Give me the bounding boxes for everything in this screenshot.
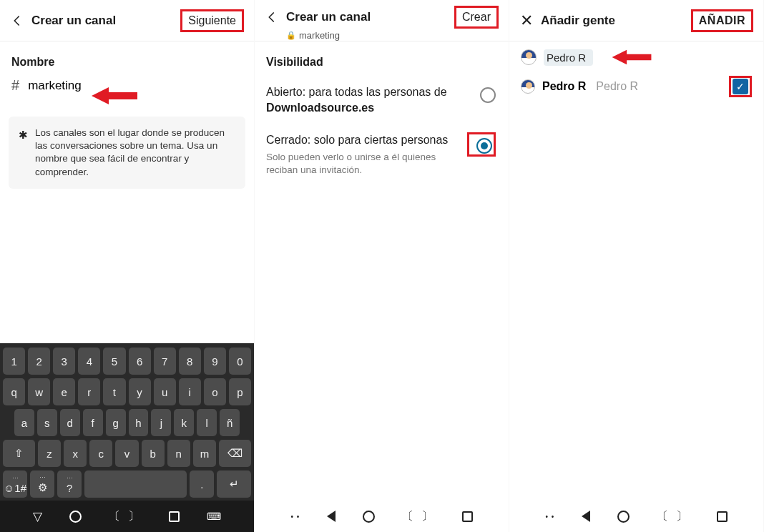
option-closed[interactable]: Cerrado: solo para ciertas personas Solo… bbox=[255, 122, 509, 184]
keyboard-key[interactable]: m bbox=[193, 440, 216, 467]
keyboard-key[interactable]: ⋯? bbox=[57, 471, 82, 498]
keyboard-key[interactable]: w bbox=[28, 378, 50, 405]
checkbox-selected[interactable]: ✓ bbox=[733, 79, 748, 94]
keyboard-key[interactable]: j bbox=[151, 409, 171, 436]
person-handle: Pedro R bbox=[596, 80, 638, 93]
keyboard-key[interactable]: n bbox=[167, 440, 190, 467]
android-nav-bar[interactable]: ▽ 〔 〕 ⌨ bbox=[0, 501, 254, 532]
keyboard-key[interactable]: . bbox=[190, 471, 214, 498]
person-list-item[interactable]: Pedro R Pedro R ✓ bbox=[509, 66, 763, 107]
header: Crear un canal Siguiente bbox=[0, 0, 254, 41]
next-button[interactable]: Siguiente bbox=[180, 9, 244, 32]
keyboard-key[interactable]: p bbox=[229, 378, 251, 405]
svg-marker-1 bbox=[612, 50, 652, 65]
person-chip[interactable]: Pedro R bbox=[544, 49, 593, 66]
radio-closed[interactable] bbox=[476, 138, 492, 154]
nav-overview-icon[interactable] bbox=[717, 511, 728, 522]
header: Crear un canal Crear 🔒 marketing bbox=[255, 0, 509, 41]
keyboard-key[interactable]: ⌫ bbox=[219, 440, 251, 467]
keyboard-key[interactable]: r bbox=[78, 378, 100, 405]
keyboard-key[interactable]: ⋯☺1# bbox=[3, 471, 27, 498]
radio-open[interactable] bbox=[480, 87, 496, 103]
svg-marker-0 bbox=[92, 87, 137, 104]
keyboard-key[interactable]: v bbox=[115, 440, 138, 467]
keyboard-key[interactable]: q bbox=[3, 378, 25, 405]
nav-home-icon[interactable] bbox=[617, 511, 630, 523]
keyboard-key[interactable]: 2 bbox=[28, 348, 50, 375]
annotation-arrow bbox=[609, 49, 655, 66]
selected-chips-row: Pedro R bbox=[509, 41, 763, 66]
keyboard-key[interactable]: i bbox=[179, 378, 201, 405]
section-label-visibility: Visibilidad bbox=[266, 56, 497, 69]
add-button[interactable]: AÑADIR bbox=[691, 9, 753, 32]
keyboard-key[interactable]: f bbox=[83, 409, 103, 436]
hash-icon: # bbox=[11, 77, 19, 94]
info-tip-text: Los canales son el lugar donde se produc… bbox=[35, 127, 235, 179]
nav-back-icon[interactable] bbox=[327, 511, 336, 522]
nav-back-icon[interactable]: ▽ bbox=[33, 509, 42, 524]
section-label-name: Nombre bbox=[11, 56, 243, 69]
nav-recents-icon[interactable]: 〔 〕 bbox=[657, 509, 689, 524]
keyboard-key[interactable]: 4 bbox=[78, 348, 100, 375]
nav-home-icon[interactable] bbox=[69, 511, 82, 523]
android-nav-bar[interactable]: • • 〔 〕 bbox=[255, 501, 509, 532]
keyboard-key[interactable]: l bbox=[197, 409, 217, 436]
page-title: Crear un canal bbox=[31, 14, 116, 28]
keyboard-key[interactable]: x bbox=[64, 440, 87, 467]
back-icon[interactable] bbox=[262, 11, 282, 24]
channel-name-input[interactable]: marketing bbox=[28, 79, 82, 93]
nav-menu-icon[interactable]: • • bbox=[545, 513, 554, 521]
panel-create-channel-visibility: Crear un canal Crear 🔒 marketing Visibil… bbox=[255, 0, 509, 532]
keyboard-key[interactable]: o bbox=[204, 378, 226, 405]
keyboard-key[interactable]: c bbox=[89, 440, 112, 467]
annotation-arrow bbox=[92, 86, 137, 106]
keyboard-key[interactable]: 3 bbox=[53, 348, 75, 375]
keyboard-key[interactable]: z bbox=[38, 440, 61, 467]
nav-menu-icon[interactable]: • • bbox=[290, 513, 300, 521]
panel-create-channel-name: Crear un canal Siguiente Nombre # market… bbox=[0, 0, 255, 532]
keyboard-key[interactable]: ↵ bbox=[217, 471, 251, 498]
keyboard-key[interactable] bbox=[84, 471, 187, 498]
keyboard-key[interactable]: 7 bbox=[154, 348, 176, 375]
keyboard-key[interactable]: e bbox=[53, 378, 75, 405]
header: ✕ Añadir gente AÑADIR bbox=[509, 0, 763, 41]
close-icon[interactable]: ✕ bbox=[516, 11, 537, 30]
panel-add-people: ✕ Añadir gente AÑADIR Pedro R Pedro R Pe… bbox=[509, 0, 764, 532]
create-button[interactable]: Crear bbox=[454, 6, 499, 29]
info-tip: ✱ Los canales son el lugar donde se prod… bbox=[9, 117, 245, 189]
nav-recents-icon[interactable]: 〔 〕 bbox=[109, 509, 141, 524]
keyboard-key[interactable]: g bbox=[106, 409, 126, 436]
keyboard-key[interactable]: 8 bbox=[179, 348, 201, 375]
keyboard-key[interactable]: u bbox=[154, 378, 176, 405]
keyboard-key[interactable]: a bbox=[14, 409, 34, 436]
keyboard-key[interactable]: ñ bbox=[220, 409, 240, 436]
nav-overview-icon[interactable] bbox=[169, 511, 180, 522]
nav-back-icon[interactable] bbox=[582, 511, 590, 522]
keyboard-key[interactable]: 5 bbox=[103, 348, 125, 375]
keyboard-key[interactable]: d bbox=[60, 409, 80, 436]
slack-hash-icon: ✱ bbox=[19, 128, 28, 179]
keyboard-key[interactable]: ⋯⚙ bbox=[30, 471, 54, 498]
nav-recents-icon[interactable]: 〔 〕 bbox=[402, 509, 434, 524]
soft-keyboard[interactable]: 1234567890 qwertyuiop asdfghjklñ ⇧zxcvbn… bbox=[0, 343, 254, 501]
keyboard-key[interactable]: s bbox=[37, 409, 57, 436]
keyboard-key[interactable]: 1 bbox=[3, 348, 25, 375]
nav-keyboard-icon[interactable]: ⌨ bbox=[207, 511, 221, 522]
keyboard-key[interactable]: h bbox=[129, 409, 149, 436]
avatar bbox=[521, 79, 535, 94]
option-open[interactable]: Abierto: para todas las personas de Down… bbox=[255, 74, 509, 122]
keyboard-key[interactable]: 0 bbox=[229, 348, 251, 375]
page-title: Añadir gente bbox=[541, 14, 615, 28]
keyboard-key[interactable]: t bbox=[103, 378, 125, 405]
keyboard-key[interactable]: 9 bbox=[204, 348, 226, 375]
nav-home-icon[interactable] bbox=[363, 511, 375, 523]
back-icon[interactable] bbox=[7, 14, 27, 27]
android-nav-bar[interactable]: • • 〔 〕 bbox=[509, 501, 763, 532]
keyboard-key[interactable]: y bbox=[129, 378, 151, 405]
keyboard-key[interactable]: b bbox=[142, 440, 165, 467]
keyboard-key[interactable]: k bbox=[174, 409, 194, 436]
nav-overview-icon[interactable] bbox=[462, 511, 473, 522]
lock-icon: 🔒 bbox=[286, 31, 296, 40]
keyboard-key[interactable]: ⇧ bbox=[3, 440, 35, 467]
keyboard-key[interactable]: 6 bbox=[129, 348, 151, 375]
